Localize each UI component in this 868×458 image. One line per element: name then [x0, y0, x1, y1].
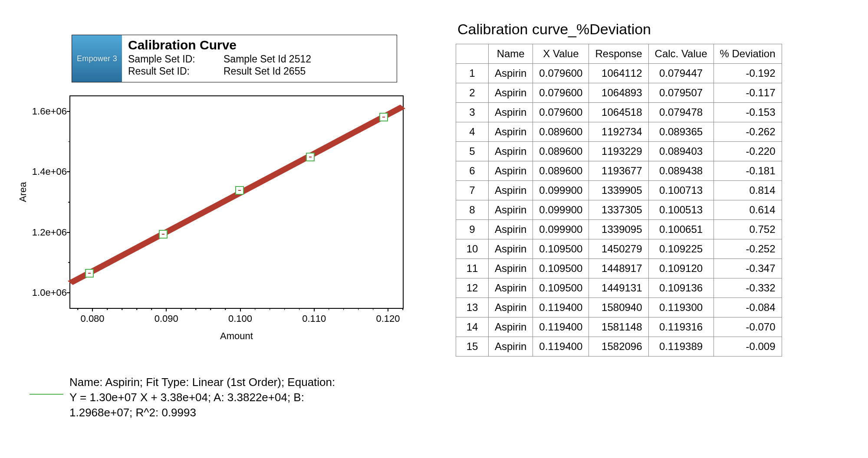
table-column-header: % Deviation — [713, 44, 782, 64]
x-tick-label: 0.120 — [376, 313, 400, 324]
cell-x-value: 0.109500 — [533, 278, 589, 298]
calibration-chart: Area 1.0e+061.2e+061.4e+061.6e+060.0800.… — [17, 89, 421, 350]
cell-calc-value: 0.119300 — [648, 298, 713, 317]
sample-set-id-label: Sample Set ID: — [128, 53, 224, 65]
table-row: 6Aspirin0.08960011936770.089438-0.181 — [456, 161, 782, 181]
table-row: 2Aspirin0.07960010648930.079507-0.117 — [456, 83, 782, 103]
y-tick-mark — [67, 292, 70, 293]
svg-line-0 — [70, 107, 403, 283]
y-tick-minor — [68, 262, 70, 263]
cell-calc-value: 0.079478 — [648, 103, 713, 122]
cell-x-value: 0.099900 — [533, 220, 589, 239]
cell-calc-value: 0.100651 — [648, 220, 713, 239]
table-row: 14Aspirin0.11940015811480.119316-0.070 — [456, 317, 782, 337]
x-tick-minor — [77, 308, 78, 310]
cell-calc-value: 0.119316 — [648, 317, 713, 337]
data-point — [159, 230, 168, 239]
table-column-header: X Value — [533, 44, 589, 64]
cell-response: 1581148 — [589, 317, 648, 337]
cell-calc-value: 0.079507 — [648, 83, 713, 103]
cell-calc-value: 0.119389 — [648, 337, 713, 357]
row-index: 8 — [456, 200, 489, 220]
table-column-header: Calc. Value — [648, 44, 713, 64]
row-index: 10 — [456, 239, 489, 259]
table-row: 12Aspirin0.10950014491310.109136-0.332 — [456, 278, 782, 298]
x-tick-label: 0.110 — [302, 313, 326, 324]
software-logo-badge: Empower 3 — [72, 35, 122, 82]
y-tick-label: 1.4e+06 — [32, 166, 67, 177]
table-row: 9Aspirin0.09990013390950.1006510.752 — [456, 220, 782, 239]
row-index: 13 — [456, 298, 489, 317]
x-tick-minor — [373, 308, 374, 310]
x-tick-label: 0.090 — [155, 313, 178, 324]
row-index: 15 — [456, 337, 489, 357]
cell-pct-deviation: -0.117 — [713, 83, 782, 103]
chart-plot-area: 1.0e+061.2e+061.4e+061.6e+060.0800.0900.… — [69, 95, 404, 309]
x-tick-minor — [181, 308, 182, 310]
cell-response: 1449131 — [589, 278, 648, 298]
y-tick-mark — [67, 171, 70, 172]
cell-name: Aspirin — [489, 317, 533, 337]
table-row: 8Aspirin0.09990013373050.1005130.614 — [456, 200, 782, 220]
cell-name: Aspirin — [489, 220, 533, 239]
cell-name: Aspirin — [489, 142, 533, 161]
table-row: 7Aspirin0.09990013399050.1007130.814 — [456, 181, 782, 200]
cell-pct-deviation: -0.070 — [713, 317, 782, 337]
row-index: 2 — [456, 83, 489, 103]
chart-header-title: Calibration Curve — [128, 38, 391, 53]
cell-pct-deviation: -0.332 — [713, 278, 782, 298]
x-tick-minor — [270, 308, 270, 310]
cell-response: 1193677 — [589, 161, 648, 181]
table-column-header: Name — [489, 44, 533, 64]
row-index: 9 — [456, 220, 489, 239]
row-index: 5 — [456, 142, 489, 161]
y-tick-mark — [67, 232, 70, 233]
cell-name: Aspirin — [489, 64, 533, 83]
chart-header-text: Calibration Curve Sample Set ID: Sample … — [122, 35, 397, 82]
cell-pct-deviation: -0.084 — [713, 298, 782, 317]
x-tick-minor — [136, 308, 137, 310]
row-index: 4 — [456, 122, 489, 142]
table-row: 15Aspirin0.11940015820960.119389-0.009 — [456, 337, 782, 357]
cell-calc-value: 0.109120 — [648, 259, 713, 278]
x-tick-mark — [166, 308, 167, 311]
cell-name: Aspirin — [489, 122, 533, 142]
cell-pct-deviation: -0.347 — [713, 259, 782, 278]
x-tick-minor — [343, 308, 344, 310]
result-set-id-label: Result Set ID: — [128, 65, 224, 78]
deviation-table-pane: Calibration curve_%Deviation NameX Value… — [456, 17, 842, 441]
sample-set-id-value: Sample Set Id 2512 — [224, 53, 391, 65]
row-index: 7 — [456, 181, 489, 200]
row-index: 14 — [456, 317, 489, 337]
x-tick-mark — [240, 308, 241, 311]
cell-name: Aspirin — [489, 298, 533, 317]
cell-response: 1339905 — [589, 181, 648, 200]
row-index: 12 — [456, 278, 489, 298]
legend-line-icon — [30, 394, 63, 395]
x-tick-mark — [92, 308, 93, 311]
y-tick-label: 1.6e+06 — [32, 106, 67, 117]
y-tick-mark — [67, 111, 70, 112]
cell-response: 1448917 — [589, 259, 648, 278]
cell-x-value: 0.089600 — [533, 161, 589, 181]
cell-name: Aspirin — [489, 200, 533, 220]
x-axis-label: Amount — [69, 330, 404, 342]
cell-x-value: 0.109500 — [533, 259, 589, 278]
x-tick-minor — [122, 308, 122, 310]
cell-pct-deviation: -0.252 — [713, 239, 782, 259]
cell-name: Aspirin — [489, 83, 533, 103]
data-point — [306, 153, 315, 161]
y-tick-label: 1.2e+06 — [32, 227, 67, 238]
cell-response: 1337305 — [589, 200, 648, 220]
cell-pct-deviation: -0.153 — [713, 103, 782, 122]
data-point — [235, 186, 244, 195]
cell-name: Aspirin — [489, 278, 533, 298]
cell-x-value: 0.109500 — [533, 239, 589, 259]
cell-x-value: 0.079600 — [533, 83, 589, 103]
cell-response: 1339095 — [589, 220, 648, 239]
cell-calc-value: 0.100513 — [648, 200, 713, 220]
cell-x-value: 0.099900 — [533, 200, 589, 220]
x-tick-minor — [196, 308, 197, 310]
cell-calc-value: 0.089438 — [648, 161, 713, 181]
row-index: 1 — [456, 64, 489, 83]
